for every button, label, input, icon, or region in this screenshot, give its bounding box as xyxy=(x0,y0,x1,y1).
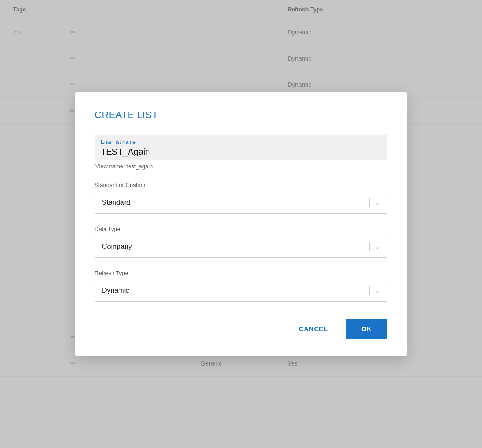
data-type-select[interactable]: Company ⌄ xyxy=(95,236,387,258)
select-divider xyxy=(369,198,370,207)
standard-custom-select[interactable]: Standard ⌄ xyxy=(95,192,387,214)
standard-custom-field-group: Standard or Custom Standard ⌄ xyxy=(95,182,387,214)
chevron-down-icon: ⌄ xyxy=(375,199,380,206)
standard-custom-label: Standard or Custom xyxy=(95,182,387,188)
data-type-field-group: Data Type Company ⌄ xyxy=(95,226,387,258)
list-name-input[interactable] xyxy=(101,147,381,157)
refresh-type-label: Refresh Type xyxy=(95,270,387,276)
standard-custom-value: Standard xyxy=(102,199,130,207)
modal-overlay: CREATE LIST Enter list name View name: t… xyxy=(0,0,482,448)
list-name-input-wrapper: Enter list name xyxy=(95,135,387,160)
create-list-modal: CREATE LIST Enter list name View name: t… xyxy=(75,92,407,356)
chevron-down-icon: ⌄ xyxy=(375,243,380,250)
data-type-label: Data Type xyxy=(95,226,387,232)
cancel-button[interactable]: CANCEL xyxy=(289,319,339,339)
select-divider xyxy=(369,242,370,251)
chevron-down-icon: ⌄ xyxy=(375,287,380,294)
list-name-field-group: Enter list name View name: test_again xyxy=(95,135,387,170)
refresh-type-value: Dynamic xyxy=(102,287,129,295)
ok-button[interactable]: OK xyxy=(346,319,387,339)
modal-actions: CANCEL OK xyxy=(95,319,387,339)
refresh-type-select[interactable]: Dynamic ⌄ xyxy=(95,280,387,302)
modal-title: CREATE LIST xyxy=(95,109,387,121)
refresh-type-field-group: Refresh Type Dynamic ⌄ xyxy=(95,270,387,302)
list-name-label: Enter list name xyxy=(101,139,381,145)
data-type-value: Company xyxy=(102,243,132,251)
view-name-hint: View name: test_again xyxy=(95,163,387,170)
select-divider xyxy=(369,286,370,295)
